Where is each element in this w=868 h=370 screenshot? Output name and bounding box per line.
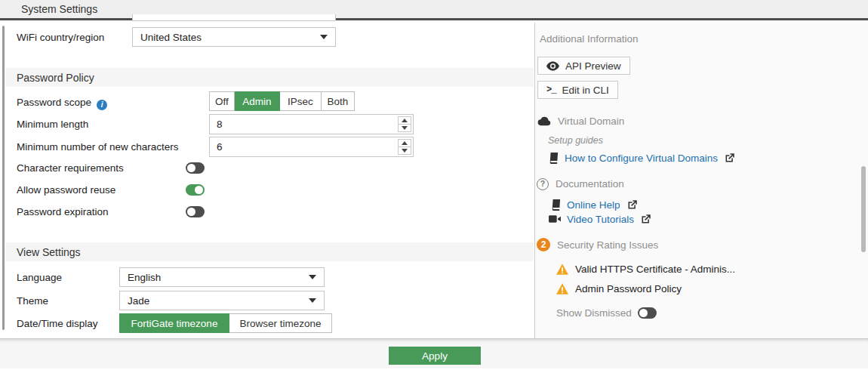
datetime-option-fortigate[interactable]: FortiGate timezone [119, 313, 229, 333]
security-rating-heading: 2 Security Rating Issues [537, 238, 658, 251]
password-scope-segmented: Off Admin IPsec Both [209, 91, 355, 111]
eye-icon [546, 61, 559, 71]
api-preview-button[interactable]: API Preview [537, 57, 630, 75]
password-scope-label: Password scopei [17, 96, 107, 110]
language-select[interactable]: English [119, 267, 325, 287]
edit-in-cli-button[interactable]: >_ Edit in CLI [537, 81, 618, 99]
character-requirements-toggle[interactable] [186, 162, 205, 174]
online-help-link-row: Online Help [550, 198, 638, 211]
password-scope-option-both[interactable]: Both [322, 91, 355, 111]
video-icon [549, 214, 561, 224]
external-link-icon [626, 199, 638, 211]
theme-label: Theme [17, 294, 48, 307]
minimum-length-value: 8 [217, 119, 223, 130]
view-settings-section-header: View Settings [5, 242, 534, 261]
minimum-length-input[interactable]: 8 [209, 114, 414, 134]
password-policy-title: Password Policy [17, 72, 94, 84]
right-scrollbar-thumb[interactable] [861, 166, 866, 252]
book-icon [548, 153, 559, 164]
allow-password-reuse-label: Allow password reuse [17, 183, 115, 196]
question-icon: ? [537, 178, 549, 190]
password-policy-section-header: Password Policy [5, 68, 534, 87]
warning-icon [556, 264, 568, 275]
password-scope-option-off[interactable]: Off [209, 91, 235, 111]
documentation-title: Documentation [556, 177, 624, 190]
warning-icon [556, 283, 568, 294]
view-settings-title: View Settings [17, 246, 81, 258]
virtual-domain-heading: Virtual Domain [537, 115, 624, 128]
allow-password-reuse-toggle[interactable] [186, 184, 205, 196]
virtual-domain-title: Virtual Domain [558, 115, 624, 128]
stepper-down-icon[interactable] [399, 146, 411, 154]
additional-information-heading: Additional Information [540, 32, 639, 45]
virtual-domain-link-row: How to Configure Virtual Domains [548, 151, 735, 165]
datetime-option-browser[interactable]: Browser timezone [229, 313, 332, 333]
password-scope-label-text: Password scope [17, 97, 91, 108]
theme-select[interactable]: Jade [119, 291, 325, 310]
stepper-up-icon[interactable] [399, 117, 411, 124]
setup-guides-label: Setup guides [548, 135, 603, 146]
truncated-dropdown[interactable] [132, 14, 336, 21]
chevron-down-icon [320, 35, 328, 39]
chevron-down-icon [309, 298, 316, 303]
security-issue-row: Admin Password Policy [556, 282, 682, 295]
stepper-down-icon[interactable] [399, 124, 411, 131]
video-tutorials-link-row: Video Tutorials [549, 212, 651, 226]
minimum-new-characters-stepper[interactable] [398, 139, 411, 155]
documentation-heading: ? Documentation [537, 177, 624, 190]
video-tutorials-link[interactable]: Video Tutorials [567, 214, 634, 225]
theme-value: Jade [128, 295, 309, 307]
minimum-length-stepper[interactable] [398, 116, 411, 132]
external-link-icon [640, 214, 651, 225]
external-link-icon [724, 153, 735, 164]
datetime-display-segmented: FortiGate timezone Browser timezone [119, 313, 332, 333]
titlebar: System Settings [0, 0, 868, 20]
minimum-new-characters-value: 6 [217, 141, 223, 153]
admin-password-policy-issue-link[interactable]: Admin Password Policy [575, 283, 682, 294]
valid-https-certificate-issue-link[interactable]: Valid HTTPS Certificate - Adminis... [575, 264, 735, 275]
language-label: Language [17, 271, 62, 284]
edit-in-cli-label: Edit in CLI [562, 85, 608, 96]
wifi-region-select[interactable]: United States [132, 27, 336, 47]
password-scope-option-admin[interactable]: Admin [235, 91, 280, 111]
stepper-up-icon[interactable] [399, 140, 411, 146]
how-to-configure-virtual-domains-link[interactable]: How to Configure Virtual Domains [565, 153, 718, 164]
page-title: System Settings [21, 3, 97, 15]
security-issue-row: Valid HTTPS Certificate - Adminis... [556, 263, 735, 276]
security-rating-title: Security Rating Issues [557, 239, 658, 251]
system-settings-page: System Settings WiFi country/region Unit… [0, 0, 868, 370]
character-requirements-label: Character requirements [17, 162, 124, 174]
left-scrollbar-thumb[interactable] [2, 26, 5, 330]
security-rating-count-badge: 2 [537, 238, 550, 251]
terminal-icon: >_ [546, 85, 556, 95]
cloud-icon [537, 116, 551, 126]
wifi-region-label: WiFi country/region [17, 31, 104, 44]
password-expiration-label: Password expiration [17, 205, 109, 218]
minimum-new-characters-label: Minimum number of new characters [17, 140, 179, 153]
password-scope-option-ipsec[interactable]: IPsec [280, 91, 322, 111]
language-value: English [128, 272, 309, 283]
show-dismissed-label: Show Dismissed [556, 307, 632, 319]
apply-button[interactable]: Apply [389, 347, 481, 365]
info-icon[interactable]: i [97, 100, 107, 110]
password-expiration-toggle[interactable] [186, 206, 205, 217]
minimum-new-characters-input[interactable]: 6 [209, 137, 414, 157]
online-help-link[interactable]: Online Help [567, 199, 620, 211]
wifi-region-value: United States [140, 32, 320, 43]
show-dismissed-toggle[interactable] [638, 307, 657, 319]
datetime-display-label: Date/Time display [17, 317, 98, 330]
minimum-length-label: Minimum length [17, 118, 88, 131]
chevron-down-icon [309, 275, 316, 279]
api-preview-label: API Preview [565, 60, 621, 72]
book-icon [550, 199, 561, 211]
